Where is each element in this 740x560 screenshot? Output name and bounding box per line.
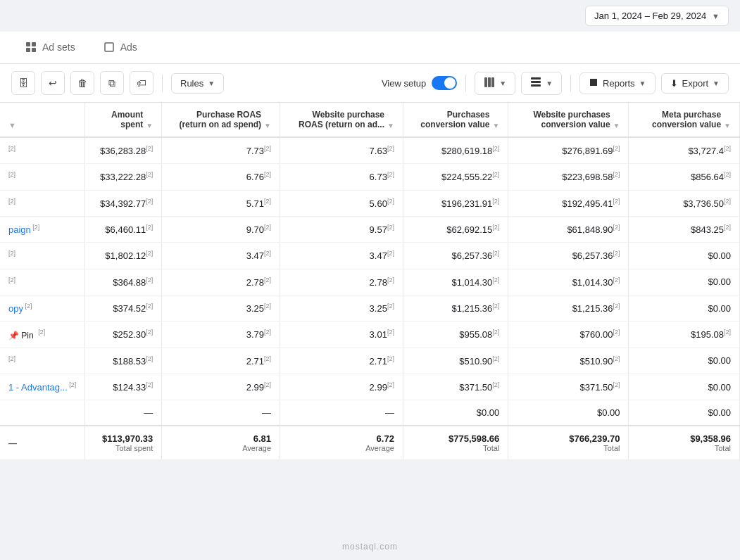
tag-button[interactable]: 🏷 [130, 71, 153, 95]
cell-value: $955.08 [459, 330, 492, 341]
superscript-tag: [2] [492, 381, 499, 388]
cell-value: — [144, 407, 153, 418]
cell-amount-spent: $252.30[2] [85, 322, 162, 348]
row-id-tag: [2] [37, 329, 46, 336]
superscript-tag: [2] [613, 145, 620, 152]
cell-website-purchases-conversion-value: $192,495.41[2] [508, 190, 629, 216]
data-table: ▼ Amount spent ▼ Purchase ROAS (return o… [0, 103, 740, 460]
table-footer-row: — $113,970.33 Total spent 6.81 Average 6… [0, 426, 740, 460]
view-setup: View setup [382, 76, 457, 90]
ads-tab-label: Ads [120, 42, 137, 53]
cell-amount-spent: $6,460.11[2] [85, 216, 162, 242]
cell-website-purchase-roas: — [280, 400, 403, 426]
row-name[interactable]: 1 - Advantag... [8, 382, 68, 393]
delete-button[interactable]: 🗑 [70, 71, 94, 95]
svg-rect-0 [26, 42, 30, 46]
cell-value: 7.63 [370, 146, 387, 156]
cell-value: $1,215.36 [572, 303, 613, 314]
cell-website-purchase-roas: 3.47[2] [280, 243, 403, 269]
cell-value: $3,727.4 [688, 146, 724, 156]
row-name[interactable]: paign [8, 224, 31, 235]
row-id-tag: [2] [8, 171, 15, 178]
undo-button[interactable]: ↩ [41, 71, 65, 95]
tab-adsets[interactable]: Ad sets [11, 32, 89, 64]
cell-value: $223,698.58 [562, 172, 613, 183]
col-header-meta-purchase-conversion-value[interactable]: Meta purchase conversion value ▼ [629, 103, 740, 137]
cell-website-purchases-conversion-value: $61,848.90[2] [508, 216, 629, 242]
cell-meta-purchase-conversion-value: $0.00 [629, 374, 740, 400]
cell-purchases-conversion-value: $224,555.22[2] [403, 164, 508, 190]
superscript-tag: [2] [264, 329, 271, 336]
archive-button[interactable]: 🗄 [11, 71, 35, 95]
tab-row: Ad sets Ads [0, 32, 740, 64]
cell-value: $61,848.90 [567, 224, 613, 235]
cell-value: $6,257.36 [451, 251, 492, 262]
cell-value: 5.71 [246, 198, 264, 209]
cell-purchases-conversion-value: $371.50[2] [403, 374, 508, 400]
table-row: [2]$1,802.12[2]3.47[2]3.47[2]$6,257.36[2… [0, 243, 740, 269]
cell-amount-spent: $364.88[2] [85, 269, 162, 295]
superscript-tag: [2] [146, 250, 153, 257]
adsets-tab-label: Ad sets [42, 42, 75, 53]
cell-value: $36,283.28 [100, 146, 146, 156]
cell-website-purchases-conversion-value: $223,698.58[2] [508, 164, 629, 190]
cell-purchase-roas: 3.47[2] [162, 243, 280, 269]
cell-value: $0.00 [597, 407, 620, 418]
cell-value: 2.78 [246, 277, 264, 288]
cell-website-purchases-conversion-value: $371.50[2] [508, 374, 629, 400]
rules-button[interactable]: Rules ▼ [171, 73, 224, 94]
reports-button[interactable]: Reports ▼ [579, 72, 655, 94]
cell-website-purchase-roas: 3.25[2] [280, 295, 403, 321]
cell-name: [2] [0, 190, 85, 216]
cell-value: 2.71 [370, 356, 387, 367]
superscript-tag: [2] [724, 224, 731, 231]
view-setup-toggle[interactable] [432, 76, 457, 90]
col-header-purchase-roas[interactable]: Purchase ROAS (return on ad spend) ▼ [162, 103, 280, 137]
superscript-tag: [2] [613, 276, 620, 284]
superscript-tag: [2] [264, 198, 271, 205]
cell-meta-purchase-conversion-value: $0.00 [629, 269, 740, 295]
cell-value: 7.73 [246, 146, 264, 156]
superscript-tag: [2] [724, 145, 731, 152]
cell-value: — [262, 407, 271, 418]
superscript-tag: [2] [492, 303, 499, 310]
superscript-tag: [2] [264, 355, 271, 362]
cell-name [0, 400, 85, 426]
superscript-tag: [2] [613, 250, 620, 257]
cell-purchase-roas: 6.76[2] [162, 164, 280, 190]
col-header-amount-spent[interactable]: Amount spent ▼ [85, 103, 162, 137]
col-header-website-purchases-conversion-value[interactable]: Website purchases conversion value ▼ [508, 103, 629, 137]
row-id-tag: [2] [23, 303, 32, 310]
cell-name: 1 - Advantag... [2] [0, 374, 85, 400]
date-range-selector[interactable]: Jan 1, 2024 – Feb 29, 2024 ▼ [585, 6, 729, 26]
cell-website-purchases-conversion-value: $760.00[2] [508, 322, 629, 348]
col-header-website-purchase-roas[interactable]: Website purchase ROAS (return on ad... ▼ [280, 103, 403, 137]
tab-ads[interactable]: Ads [89, 32, 151, 64]
cell-amount-spent: $124.33[2] [85, 374, 162, 400]
breakdown-button[interactable]: ▼ [521, 72, 562, 95]
cell-value: $374.52 [113, 303, 146, 314]
duplicate-button[interactable]: ⧉ [100, 71, 124, 95]
rules-label: Rules [180, 78, 203, 89]
export-button[interactable]: ⬇ Export ▼ [661, 73, 729, 94]
cell-value: 6.73 [370, 172, 387, 183]
cell-value: $0.00 [708, 250, 731, 261]
col-header-purchases-conversion-value[interactable]: Purchases conversion value ▼ [403, 103, 508, 137]
row-name[interactable]: opy [8, 303, 23, 314]
footer-purchases-conversion-value: $775,598.66 Total [403, 426, 508, 460]
superscript-tag: [2] [387, 355, 394, 362]
table-row: opy [2]$374.52[2]3.25[2]3.25[2]$1,215.36… [0, 295, 740, 321]
cell-website-purchases-conversion-value: $510.90[2] [508, 348, 629, 374]
footer-website-purchases-conversion-value: $766,239.70 Total [508, 426, 629, 460]
toolbar-divider-3 [570, 75, 571, 91]
row-id-tag: [2] [8, 276, 15, 284]
columns-button[interactable]: ▼ [475, 72, 515, 95]
duplicate-icon: ⧉ [108, 77, 115, 89]
cell-value: $843.25 [691, 224, 724, 235]
cell-purchases-conversion-value: $1,215.36[2] [403, 295, 508, 321]
cell-value: — [385, 407, 394, 418]
cell-name: [2] [0, 243, 85, 269]
cell-value: $0.00 [708, 355, 731, 366]
superscript-tag: [2] [613, 171, 620, 178]
cell-website-purchase-roas: 2.78[2] [280, 269, 403, 295]
